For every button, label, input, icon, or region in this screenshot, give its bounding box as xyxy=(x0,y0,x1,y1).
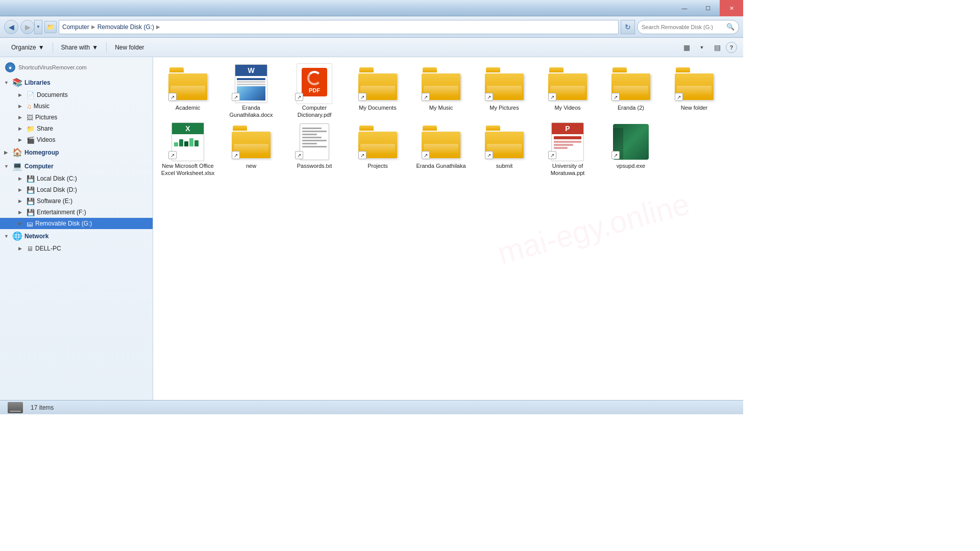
sidebar-item-documents[interactable]: ▶ 📄 Documents xyxy=(0,89,153,101)
main-container: ● ShortcutVirusRemover.com ▼ 📚 Libraries… xyxy=(0,57,743,400)
folder-icon-wrap: ↗ xyxy=(357,123,398,160)
shortcut-arrow-icon: ↗ xyxy=(295,93,303,101)
maximize-button[interactable]: ☐ xyxy=(696,0,720,16)
sidebar-item-dell-pc[interactable]: ▶ 🖥 DELL-PC xyxy=(0,243,153,254)
file-item[interactable]: ↗ My Videos xyxy=(537,61,598,117)
file-item[interactable]: ↗ submit xyxy=(474,119,535,176)
sidebar-item-software-e[interactable]: ▶ 💾 Software (E:) xyxy=(0,195,153,207)
folder-tab xyxy=(486,126,500,131)
nav-dropdown-button[interactable]: ▼ xyxy=(34,20,42,34)
sidebar-item-entertainment-f[interactable]: ▶ 💾 Entertainment (F:) xyxy=(0,207,153,218)
file-item[interactable]: ↗ new xyxy=(220,119,282,176)
new-folder-button[interactable]: New folder xyxy=(110,41,149,54)
preview-button[interactable]: ▤ xyxy=(710,41,724,54)
local-c-icon: 💾 xyxy=(27,175,35,183)
documents-folder-icon: 📄 xyxy=(27,91,35,99)
file-item[interactable]: ↗ My Music xyxy=(410,61,472,117)
breadcrumb-computer[interactable]: Computer xyxy=(62,23,89,31)
ppt-slide xyxy=(552,134,583,152)
file-item[interactable]: ↗ Eranda (2) xyxy=(600,61,662,117)
file-item[interactable]: ↗ Projects xyxy=(347,119,408,176)
txt-line7 xyxy=(302,146,327,147)
folder-icon-wrap: ↗ xyxy=(484,123,525,160)
addressbar: ◀ ▶ ▼ 📁 Computer ▶ Removable Disk (G:) ▶… xyxy=(0,16,743,38)
computer-expand-icon: ▼ xyxy=(4,164,10,169)
local-c-label: Local Disk (C:) xyxy=(37,175,77,182)
folder-tab xyxy=(169,67,184,72)
file-item[interactable]: ↗ Eranda Gunathilaka xyxy=(410,119,472,176)
music-label: Music xyxy=(34,103,50,110)
ppt-title-bar xyxy=(554,136,581,139)
breadcrumb-disk[interactable]: Removable Disk (G:) xyxy=(97,23,154,31)
view-button[interactable]: ▦ xyxy=(680,41,693,54)
back-button[interactable]: ◀ xyxy=(4,20,18,34)
help-button[interactable]: ? xyxy=(726,42,737,53)
sidebar-logo: ● ShortcutVirusRemover.com xyxy=(0,59,153,76)
sidebar-item-network[interactable]: ▼ 🌐 Network xyxy=(0,229,153,243)
libraries-icon: 📚 xyxy=(12,78,22,87)
content-area: mai-egy.online ↗ Academic W xyxy=(153,57,743,400)
word-img xyxy=(237,86,265,101)
txt-line4 xyxy=(302,137,322,138)
shortcut-arrow-icon: ↗ xyxy=(485,93,493,101)
file-item[interactable]: PDF ↗ Computer Dictionary.pdf xyxy=(284,61,345,117)
excel-chart xyxy=(172,134,204,148)
breadcrumb-bar[interactable]: Computer ▶ Removable Disk (G:) ▶ xyxy=(59,20,619,34)
file-item[interactable]: ↗ Academic xyxy=(157,61,218,117)
file-item[interactable]: ↗ My Documents xyxy=(347,61,408,117)
shortcut-arrow-icon: ↗ xyxy=(611,93,620,101)
organize-button[interactable]: Organize ▼ xyxy=(6,41,50,54)
sidebar-item-pictures[interactable]: ▶ 🖼 Pictures xyxy=(0,112,153,123)
file-item[interactable]: ↗ vpsupd.exe xyxy=(600,119,662,176)
breadcrumb-sep1: ▶ xyxy=(91,24,95,30)
drive-image xyxy=(8,402,23,413)
file-item[interactable]: ↗ Passwords.txt xyxy=(284,119,345,176)
file-label: submit xyxy=(496,162,512,169)
refresh-button[interactable]: ↻ xyxy=(621,20,635,34)
organize-arrow-icon: ▼ xyxy=(38,44,44,51)
pictures-icon: 🖼 xyxy=(27,114,33,121)
file-item[interactable]: X ↗ New Microsoft Office Excel Worksheet… xyxy=(157,119,218,176)
libraries-expand-icon: ▼ xyxy=(4,80,10,85)
homegroup-expand-icon: ▶ xyxy=(4,150,10,155)
file-item[interactable]: W ↗ Eranda Gunathilaka.docx xyxy=(220,61,282,117)
txt-line5 xyxy=(302,140,327,141)
sidebar-item-libraries[interactable]: ▼ 📚 Libraries xyxy=(0,76,153,89)
local-d-label: Local Disk (D:) xyxy=(37,186,77,193)
minimize-button[interactable]: — xyxy=(673,0,696,16)
shortcut-arrow-icon: ↗ xyxy=(358,151,366,159)
local-c-expand-icon: ▶ xyxy=(18,176,24,181)
sidebar-item-share[interactable]: ▶ 📁 Share xyxy=(0,123,153,134)
sidebar-item-local-c[interactable]: ▶ 💾 Local Disk (C:) xyxy=(0,173,153,184)
sidebar-item-local-d[interactable]: ▶ 💾 Local Disk (D:) xyxy=(0,184,153,195)
close-button[interactable]: ✕ xyxy=(720,0,743,16)
shortcut-logo-icon: ● xyxy=(5,62,15,72)
sidebar-item-homegroup[interactable]: ▶ 🏠 Homegroup xyxy=(0,145,153,159)
file-item[interactable]: ↗ My Pictures xyxy=(474,61,535,117)
folder-icon-wrap: ↗ xyxy=(421,65,461,102)
forward-button[interactable]: ▶ xyxy=(20,20,35,34)
sidebar-item-computer[interactable]: ▼ 💻 Computer xyxy=(0,159,153,173)
folder-tab xyxy=(423,67,437,72)
sidebar-item-videos[interactable]: ▶ 🎬 Videos xyxy=(0,134,153,145)
share-with-button[interactable]: Share with ▼ xyxy=(56,41,104,54)
excel-header: X xyxy=(172,123,204,134)
file-label: My Music xyxy=(429,104,453,111)
search-bar[interactable]: 🔍 xyxy=(637,20,739,34)
homegroup-icon: 🏠 xyxy=(12,147,22,157)
file-item[interactable]: ↗ New folder xyxy=(664,61,725,117)
software-e-label: Software (E:) xyxy=(37,197,72,205)
share-with-label: Share with xyxy=(61,44,90,51)
sidebar: ● ShortcutVirusRemover.com ▼ 📚 Libraries… xyxy=(0,57,153,400)
sidebar-item-removable-g[interactable]: ▶ 🖴 Removable Disk (G:) xyxy=(0,218,153,229)
file-label: My Videos xyxy=(554,104,580,111)
view-arrow-button[interactable]: ▼ xyxy=(695,41,708,54)
excel-bar5 xyxy=(194,140,199,146)
search-input[interactable] xyxy=(642,24,724,30)
shortcut-arrow-icon: ↗ xyxy=(548,151,556,159)
file-label: Eranda Gunathilaka.docx xyxy=(223,104,279,119)
folder-tab xyxy=(233,126,247,131)
file-item[interactable]: P ↗ University of Moratuwa.ppt xyxy=(537,119,598,176)
sidebar-item-music[interactable]: ▶ ♫ Music xyxy=(0,101,153,112)
local-d-expand-icon: ▶ xyxy=(18,187,24,192)
